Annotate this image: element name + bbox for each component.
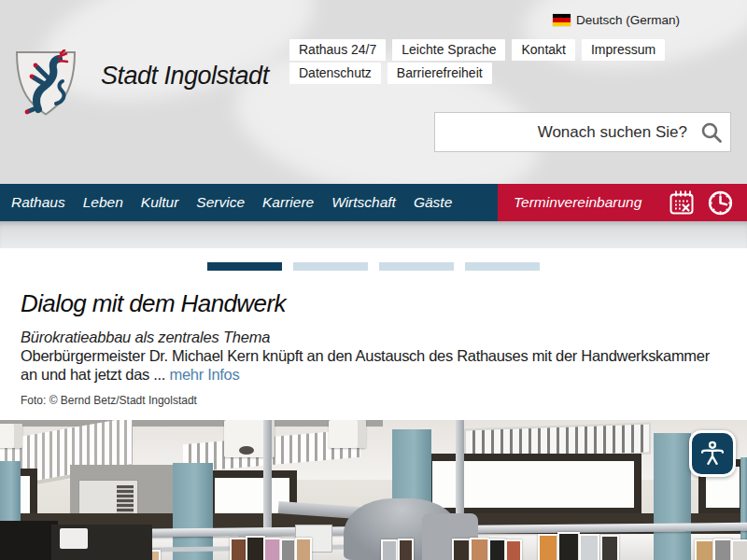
photo-card bbox=[263, 538, 281, 560]
site-logo[interactable]: Stadt Ingolstadt bbox=[12, 49, 79, 120]
photo-card bbox=[280, 539, 296, 560]
teaser-section: Dialog mit dem Handwerk Bürokratieabbau … bbox=[0, 248, 747, 420]
photo-card bbox=[557, 532, 580, 560]
language-label: Deutsch (German) bbox=[576, 13, 680, 27]
nav-shadow-band bbox=[0, 221, 747, 248]
photo-card bbox=[488, 539, 506, 560]
carousel-indicators bbox=[207, 262, 540, 271]
carousel-indicator[interactable] bbox=[465, 262, 540, 271]
carousel-indicator[interactable] bbox=[379, 262, 454, 271]
nav-item-leben[interactable]: Leben bbox=[83, 194, 123, 211]
ingolstadt-coat-of-arms-icon bbox=[12, 49, 79, 120]
photo-card bbox=[713, 539, 732, 560]
search-icon bbox=[699, 120, 724, 145]
clock-icon[interactable] bbox=[707, 189, 734, 217]
german-flag-icon bbox=[553, 14, 571, 26]
teaser-line-2: an und hat jetzt das ... bbox=[21, 366, 165, 383]
language-selector[interactable]: Deutsch (German) bbox=[553, 13, 680, 27]
calendar-icon[interactable] bbox=[669, 189, 695, 216]
nav-item-karriere[interactable]: Karriere bbox=[262, 194, 314, 211]
article-teaser: Oberbürgermeister Dr. Michael Kern knüpf… bbox=[21, 347, 747, 384]
photo-card bbox=[579, 534, 599, 560]
photo-white-box bbox=[60, 528, 88, 549]
article-title: Dialog mit dem Handwerk bbox=[21, 289, 286, 318]
photo-card bbox=[600, 535, 619, 560]
site-title: Stadt Ingolstadt bbox=[101, 62, 306, 91]
main-navigation: Rathaus Leben Kultur Service Karriere Wi… bbox=[0, 184, 747, 221]
quick-link-barrierefreiheit[interactable]: Barrierefreiheit bbox=[388, 63, 492, 84]
accessibility-person-icon bbox=[698, 439, 727, 469]
photo-card bbox=[505, 539, 522, 560]
photo-card bbox=[381, 539, 398, 560]
site-header: Deutsch (German) Rathaus 24/7 Leichte Sp… bbox=[0, 0, 747, 184]
photo-card bbox=[452, 539, 471, 560]
accessibility-button[interactable] bbox=[689, 430, 736, 477]
carousel-indicator[interactable] bbox=[207, 262, 282, 271]
quick-link-kontakt[interactable]: Kontakt bbox=[512, 39, 574, 61]
appointment-link[interactable]: Terminvereinbarung bbox=[514, 194, 641, 211]
quick-link-impressum[interactable]: Impressum bbox=[582, 39, 665, 61]
quick-links: Rathaus 24/7 Leichte Sprache Kontakt Imp… bbox=[289, 39, 730, 84]
page: Deutsch (German) Rathaus 24/7 Leichte Sp… bbox=[0, 0, 747, 560]
main-nav-items: Rathaus Leben Kultur Service Karriere Wi… bbox=[0, 194, 452, 211]
quick-link-rathaus247[interactable]: Rathaus 24/7 bbox=[289, 39, 386, 61]
appointment-section: Terminvereinbarung bbox=[498, 184, 747, 221]
photo-dark-corner bbox=[0, 521, 58, 560]
hero-photo bbox=[0, 420, 747, 560]
teaser-line-1: Oberbürgermeister Dr. Michael Kern knüpf… bbox=[21, 347, 747, 366]
search-input[interactable] bbox=[435, 113, 693, 151]
photo-card bbox=[695, 539, 714, 560]
photo-card bbox=[398, 539, 414, 560]
nav-item-kultur[interactable]: Kultur bbox=[141, 194, 179, 211]
photo-credit: Foto: © Bernd Betz/Stadt Ingolstadt bbox=[21, 394, 197, 407]
carousel-indicator[interactable] bbox=[293, 262, 368, 271]
search-button[interactable] bbox=[693, 113, 730, 151]
photo-card bbox=[295, 538, 312, 560]
photo-card bbox=[538, 534, 558, 560]
nav-item-gaeste[interactable]: Gäste bbox=[414, 194, 452, 211]
quick-link-leichte-sprache[interactable]: Leichte Sprache bbox=[392, 39, 505, 61]
photo-card bbox=[731, 539, 747, 560]
nav-item-service[interactable]: Service bbox=[196, 194, 245, 211]
article-subtitle: Bürokratieabbau als zentrales Thema bbox=[21, 329, 270, 346]
photo-card bbox=[470, 538, 489, 560]
nav-item-wirtschaft[interactable]: Wirtschaft bbox=[331, 194, 396, 211]
more-info-link[interactable]: mehr Infos bbox=[169, 366, 239, 383]
photo-card bbox=[246, 536, 265, 560]
search-box bbox=[434, 112, 731, 152]
nav-item-rathaus[interactable]: Rathaus bbox=[11, 194, 65, 211]
